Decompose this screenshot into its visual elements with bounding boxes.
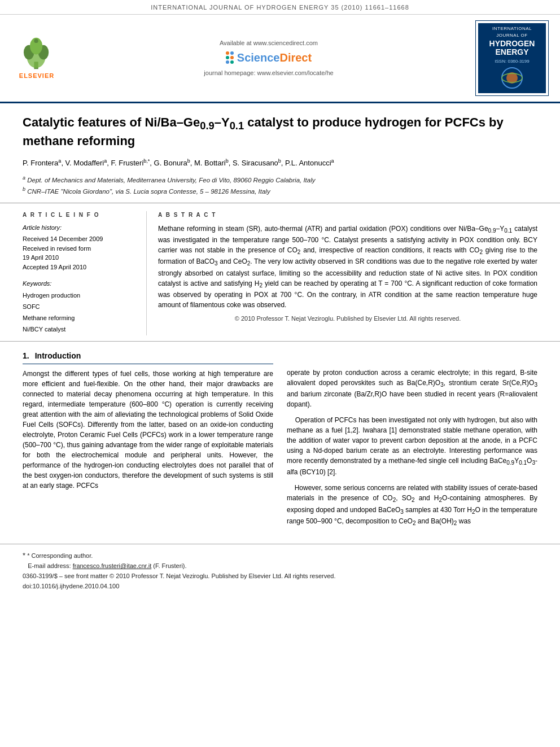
intro-paragraph-right-3: However, some serious concerns are relat… — [287, 483, 537, 527]
article-history-label: Article history: — [23, 224, 137, 232]
footnote-corresponding: * * Corresponding author. — [23, 550, 537, 562]
info-abstract-section: A R T I C L E I N F O Article history: R… — [0, 203, 560, 342]
abstract-col: A B S T R A C T Methane reforming in ste… — [158, 211, 537, 335]
sd-dot4 — [230, 56, 234, 59]
keyword-4: Ni/BCY catalyst — [23, 324, 137, 335]
keyword-1: Hydrogen production — [23, 290, 137, 302]
elsevier-label: ELSEVIER — [19, 72, 54, 80]
article-title: Catalytic features of Ni/Ba–Ge0.9–Y0.1 c… — [23, 115, 537, 149]
sd-available-text: Available at www.sciencedirect.com — [220, 39, 318, 47]
sciencedirect-label: ScienceDirect — [237, 50, 312, 65]
intro-paragraph-1: Amongst the different types of fuel cell… — [23, 369, 273, 491]
keyword-2: SOFC — [23, 302, 137, 313]
received-date: Received 14 December 2009 — [23, 234, 137, 244]
revised-date: 19 April 2010 — [23, 253, 137, 263]
email-address: francesco.frusteri@itae.cnr.it — [73, 562, 152, 569]
section1-title-text: Introduction — [35, 351, 81, 360]
footnote-doi: doi:10.1016/j.ijhydene.2010.04.100 — [23, 582, 537, 592]
keywords-section: Keywords: Hydrogen production SOFC Metha… — [23, 279, 137, 335]
affiliations: a Dept. of Mechanics and Materials, Medi… — [23, 174, 537, 196]
footnote-rights: 0360-3199/$ – see front matter © 2010 Pr… — [23, 571, 537, 582]
abstract-copyright: © 2010 Professor T. Nejat Veziroglu. Pub… — [158, 314, 537, 323]
header-section: ELSEVIER Available at www.sciencedirect.… — [0, 15, 560, 103]
abstract-text: Methane reforming in steam (SR), auto-th… — [158, 224, 537, 311]
accepted-date: Accepted 19 April 2010 — [23, 263, 137, 272]
page-wrapper: INTERNATIONAL JOURNAL OF HYDROGEN ENERGY… — [0, 0, 560, 747]
hydrogen-image-placeholder — [480, 67, 544, 91]
article-info-col: A R T I C L E I N F O Article history: R… — [23, 211, 147, 335]
hydrogen-issn: ISSN: 0360-3199 — [480, 58, 544, 64]
journal-homepage-text: journal homepage: www.elsevier.com/locat… — [204, 69, 333, 77]
email-label: E-mail address: — [28, 562, 71, 569]
svg-point-5 — [34, 38, 38, 42]
intro-paragraph-right-1: operate by proton conduction across a ce… — [287, 368, 537, 409]
hydrogen-cover-icon — [484, 67, 540, 89]
authors: P. Fronteraa, V. Modafferia, F. Frusteri… — [23, 157, 537, 169]
keyword-3: Methane reforming — [23, 313, 137, 324]
corresponding-author-label: * Corresponding author. — [27, 552, 93, 559]
hydrogen-intl-text: INTERNATIONAL JOURNAL OF — [480, 25, 544, 38]
abstract-heading: A B S T R A C T — [158, 211, 537, 219]
section1-title: 1.Introduction — [23, 351, 273, 365]
affiliation-a: a Dept. of Mechanics and Materials, Medi… — [23, 174, 537, 185]
body-right-col: operate by proton conduction across a ce… — [287, 351, 537, 534]
body-section: 1.Introduction Amongst the different typ… — [0, 342, 560, 539]
sd-dot1 — [226, 51, 229, 55]
article-history: Article history: Received 14 December 20… — [23, 224, 137, 272]
title-section: Catalytic features of Ni/Ba–Ge0.9–Y0.1 c… — [0, 103, 560, 203]
keywords-heading: Keywords: — [23, 279, 137, 288]
footnote-email: E-mail address: francesco.frusteri@itae.… — [23, 561, 537, 571]
sd-dot2 — [230, 51, 234, 55]
keyword-list: Hydrogen production SOFC Methane reformi… — [23, 290, 137, 335]
body-two-col: 1.Introduction Amongst the different typ… — [23, 351, 537, 534]
sd-logo: ScienceDirect — [226, 50, 312, 65]
affiliation-b: b CNR–ITAE "Nicola Giordano", via S. Luc… — [23, 185, 537, 196]
elsevier-logo: ELSEVIER — [11, 37, 62, 80]
section1-num: 1. — [23, 351, 29, 360]
elsevier-tree-icon — [17, 37, 56, 71]
sd-dot5 — [226, 60, 229, 64]
page-footer: * * Corresponding author. E-mail address… — [0, 544, 560, 595]
sd-dot3 — [226, 56, 229, 59]
sd-dot6 — [230, 60, 234, 64]
email-name: (F. Frusteri). — [153, 562, 186, 569]
article-info-heading: A R T I C L E I N F O — [23, 211, 137, 219]
body-left-col: 1.Introduction Amongst the different typ… — [23, 351, 273, 534]
sd-dots-icon — [226, 51, 234, 64]
hydrogen-energy-logo: INTERNATIONAL JOURNAL OF HYDROGEN ENERGY… — [475, 20, 549, 96]
intro-paragraph-right-2: Operation of PCFCs has been investigated… — [287, 415, 537, 477]
hydrogen-journal-name: HYDROGEN ENERGY — [480, 40, 544, 57]
sciencedirect-logo: Available at www.sciencedirect.com — [204, 39, 333, 78]
revised-label: Received in revised form — [23, 244, 137, 254]
footnote-star-icon: * — [23, 551, 25, 560]
journal-bar: INTERNATIONAL JOURNAL OF HYDROGEN ENERGY… — [0, 0, 560, 15]
journal-citation: INTERNATIONAL JOURNAL OF HYDROGEN ENERGY… — [151, 4, 409, 11]
header-center: Available at www.sciencedirect.com — [62, 39, 475, 78]
